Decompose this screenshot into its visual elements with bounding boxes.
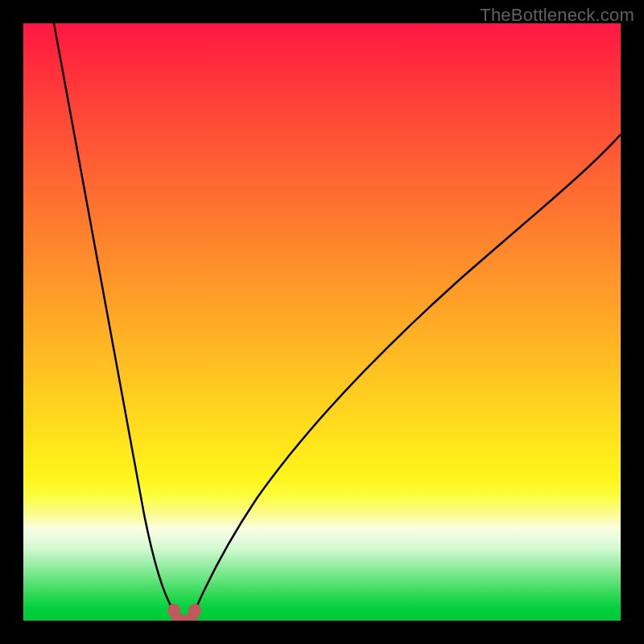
plot-area bbox=[23, 23, 621, 621]
right-curve bbox=[195, 134, 621, 611]
left-curve bbox=[54, 23, 174, 611]
watermark-text: TheBottleneck.com bbox=[480, 5, 634, 26]
chart-frame: TheBottleneck.com bbox=[0, 0, 644, 644]
curve-overlay bbox=[23, 23, 621, 621]
bottom-marker bbox=[167, 604, 201, 621]
